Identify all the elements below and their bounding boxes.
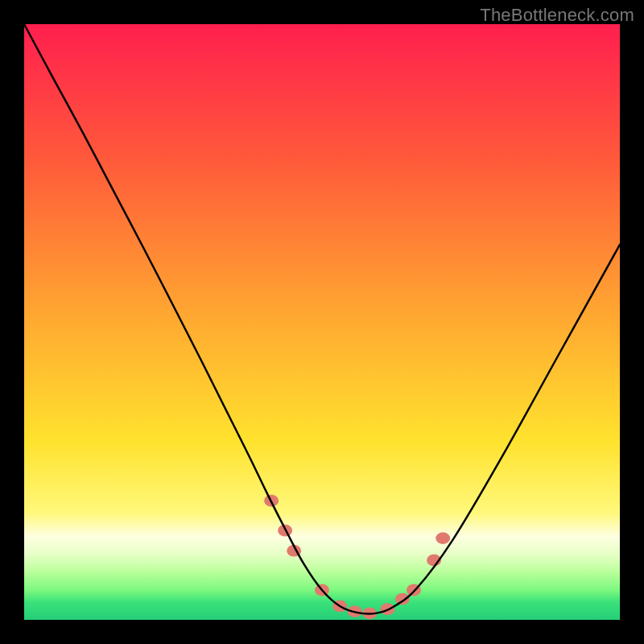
chart-stage: TheBottleneck.com — [0, 0, 644, 644]
curve-markers — [264, 495, 450, 620]
curve-marker — [436, 532, 450, 544]
curve-marker — [395, 593, 410, 605]
watermark-text: TheBottleneck.com — [480, 5, 634, 26]
curve-layer — [24, 24, 620, 620]
plot-area — [24, 24, 620, 620]
curve-line — [24, 24, 620, 614]
